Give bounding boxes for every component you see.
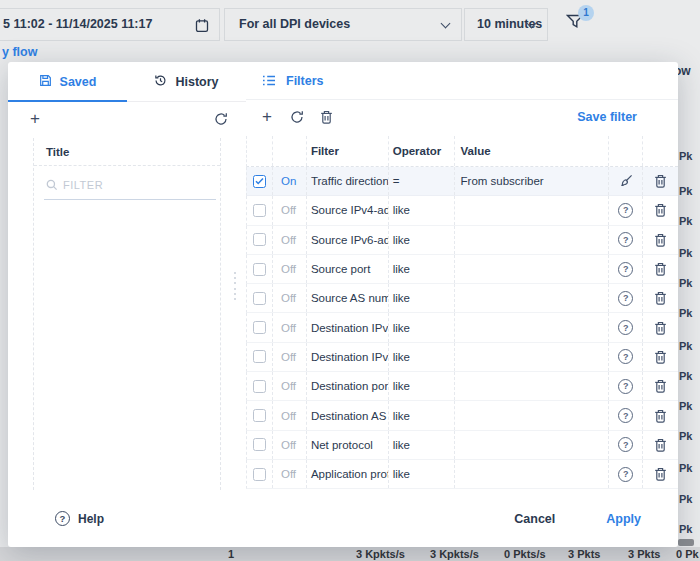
cancel-button[interactable]: Cancel bbox=[514, 512, 555, 526]
row-delete-icon[interactable] bbox=[643, 226, 678, 254]
date-range-field[interactable]: 5 11:02 - 11/14/2025 11:17 bbox=[0, 8, 220, 41]
row-delete-icon[interactable] bbox=[643, 167, 678, 195]
row-delete-icon[interactable] bbox=[643, 460, 678, 488]
row-enable-checkbox[interactable] bbox=[247, 343, 273, 371]
row-operator[interactable]: like bbox=[389, 431, 455, 459]
value-help-icon[interactable]: ? bbox=[609, 196, 643, 224]
clear-value-icon[interactable] bbox=[609, 167, 643, 195]
apply-button[interactable]: Apply bbox=[606, 512, 641, 526]
calendar-icon bbox=[195, 18, 209, 37]
value-help-icon[interactable]: ? bbox=[609, 401, 643, 429]
row-delete-icon[interactable] bbox=[643, 255, 678, 283]
row-enable-checkbox[interactable] bbox=[247, 255, 273, 283]
row-state-label: Off bbox=[273, 196, 307, 224]
header-action-column bbox=[609, 136, 643, 166]
row-value[interactable] bbox=[455, 372, 610, 400]
filter-row: OffApplication protocollike? bbox=[246, 460, 678, 489]
row-filter-name: Destination AS nu bbox=[307, 401, 389, 429]
help-button[interactable]: ? Help bbox=[55, 511, 104, 526]
help-icon: ? bbox=[55, 511, 70, 526]
interval-select[interactable]: 10 minutes bbox=[464, 8, 548, 41]
row-enable-checkbox[interactable] bbox=[247, 401, 273, 429]
row-enable-checkbox[interactable] bbox=[247, 167, 273, 195]
value-help-icon[interactable]: ? bbox=[609, 343, 643, 371]
row-filter-name: Source IPv4-addr bbox=[307, 196, 389, 224]
panel-splitter[interactable] bbox=[231, 272, 239, 300]
saved-list: Title bbox=[33, 138, 221, 490]
row-operator[interactable]: like bbox=[389, 196, 455, 224]
value-help-icon[interactable]: ? bbox=[609, 460, 643, 488]
refresh-icon[interactable] bbox=[290, 110, 304, 128]
row-enable-checkbox[interactable] bbox=[247, 431, 273, 459]
row-value[interactable] bbox=[455, 255, 610, 283]
list-icon bbox=[262, 72, 276, 90]
row-operator[interactable]: like bbox=[389, 401, 455, 429]
row-operator[interactable]: like bbox=[389, 313, 455, 341]
row-value[interactable] bbox=[455, 226, 610, 254]
row-delete-icon[interactable] bbox=[643, 372, 678, 400]
row-value[interactable] bbox=[455, 284, 610, 312]
refresh-icon[interactable] bbox=[214, 112, 228, 130]
row-enable-checkbox[interactable] bbox=[247, 196, 273, 224]
row-enable-checkbox[interactable] bbox=[247, 284, 273, 312]
row-delete-icon[interactable] bbox=[643, 196, 678, 224]
value-help-icon[interactable]: ? bbox=[609, 226, 643, 254]
row-value[interactable] bbox=[455, 343, 610, 371]
saved-filter-search-input[interactable] bbox=[44, 170, 216, 200]
row-operator[interactable]: like bbox=[389, 343, 455, 371]
value-help-icon[interactable]: ? bbox=[609, 431, 643, 459]
row-delete-icon[interactable] bbox=[643, 343, 678, 371]
row-filter-name: Net protocol bbox=[307, 431, 389, 459]
add-filter-button[interactable]: + bbox=[262, 107, 272, 127]
row-delete-icon[interactable] bbox=[643, 284, 678, 312]
value-help-icon[interactable]: ? bbox=[609, 255, 643, 283]
value-help-icon[interactable]: ? bbox=[609, 313, 643, 341]
horizontal-scrollbar[interactable] bbox=[678, 539, 694, 546]
add-saved-filter-button[interactable]: + bbox=[30, 109, 40, 129]
row-operator[interactable]: like bbox=[389, 255, 455, 283]
row-state-label: Off bbox=[273, 255, 307, 283]
delete-all-icon[interactable] bbox=[320, 110, 333, 128]
value-help-icon[interactable]: ? bbox=[609, 372, 643, 400]
row-state-label: Off bbox=[273, 343, 307, 371]
row-filter-name: Source IPv6-addr bbox=[307, 226, 389, 254]
flow-breadcrumb-link[interactable]: y flow bbox=[2, 45, 37, 59]
tab-history[interactable]: History bbox=[127, 62, 246, 101]
row-value[interactable] bbox=[455, 313, 610, 341]
filters-panel-title: Filters bbox=[286, 74, 324, 88]
row-delete-icon[interactable] bbox=[643, 431, 678, 459]
bg-value-fragment: Pk bbox=[679, 430, 692, 442]
value-help-icon[interactable]: ? bbox=[609, 284, 643, 312]
row-state-label: Off bbox=[273, 284, 307, 312]
history-icon bbox=[154, 74, 167, 90]
row-enable-checkbox[interactable] bbox=[247, 313, 273, 341]
bg-summary-value: 3 Kpkts/s bbox=[356, 547, 405, 561]
header-filter-column: Filter bbox=[307, 136, 389, 166]
tab-saved[interactable]: Saved bbox=[8, 62, 127, 101]
row-value[interactable]: From subscriber bbox=[455, 167, 610, 195]
filter-row: OffDestination portlike? bbox=[246, 372, 678, 401]
bg-summary-value: 3 Pkts bbox=[568, 547, 600, 561]
row-value[interactable] bbox=[455, 401, 610, 429]
row-delete-icon[interactable] bbox=[643, 401, 678, 429]
device-select[interactable]: For all DPI devices bbox=[224, 8, 462, 41]
save-filter-button[interactable]: Save filter bbox=[577, 110, 637, 124]
bg-value-fragment: Pk bbox=[679, 247, 692, 259]
row-enable-checkbox[interactable] bbox=[247, 226, 273, 254]
row-operator[interactable]: like bbox=[389, 372, 455, 400]
row-value[interactable] bbox=[455, 431, 610, 459]
row-enable-checkbox[interactable] bbox=[247, 372, 273, 400]
row-value[interactable] bbox=[455, 196, 610, 224]
row-operator[interactable]: like bbox=[389, 460, 455, 488]
header-value-column: Value bbox=[455, 136, 610, 166]
row-delete-icon[interactable] bbox=[643, 313, 678, 341]
bg-value-fragment: Pk bbox=[679, 493, 692, 505]
row-state-label: Off bbox=[273, 460, 307, 488]
row-operator[interactable]: = bbox=[389, 167, 455, 195]
row-value[interactable] bbox=[455, 460, 610, 488]
row-operator[interactable]: like bbox=[389, 226, 455, 254]
filters-toolbar: + Save filter bbox=[246, 100, 678, 136]
filter-row: OffNet protocollike? bbox=[246, 431, 678, 460]
row-operator[interactable]: like bbox=[389, 284, 455, 312]
row-enable-checkbox[interactable] bbox=[247, 460, 273, 488]
